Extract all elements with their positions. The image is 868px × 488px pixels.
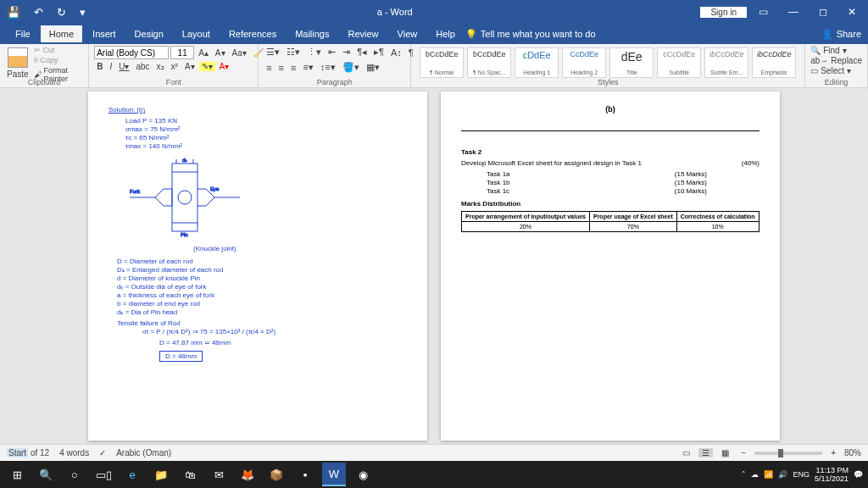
start-button[interactable]: ⊞ [5,463,29,486]
align-center-button[interactable]: ≡ [276,62,287,74]
tab-view[interactable]: View [389,25,426,42]
redo-icon[interactable]: ↻ [53,6,70,19]
align-right-button[interactable]: ≡ [288,62,298,74]
font-size-select[interactable] [170,46,194,59]
style-title[interactable]: dEeTitle [609,47,654,78]
grow-font-button[interactable]: A▴ [196,48,211,58]
style-nospacing[interactable]: bCcDdEe¶ No Spac... [467,47,511,78]
copy-button[interactable]: ⎘ Copy [34,56,84,64]
tab-references[interactable]: References [220,25,285,42]
align-left-button[interactable]: ≡ [264,62,274,74]
decrease-indent-button[interactable]: ⇤ [326,46,338,58]
bold-button[interactable]: B [94,62,105,71]
tray-volume-icon[interactable]: 🔊 [778,470,787,479]
borders-button[interactable]: ▦▾ [364,61,382,74]
document-area[interactable]: Solution: (b) Load P = 135 KN σmax = 75 … [0,88,868,444]
ltr-button[interactable]: ¶◂ [354,46,370,58]
spell-check-icon[interactable]: ✓ [99,448,106,458]
chrome-icon[interactable]: ◉ [351,463,375,486]
tab-file[interactable]: File [7,25,39,42]
multilevel-button[interactable]: ⋮▾ [304,46,324,58]
store-icon[interactable]: 🛍 [178,463,202,486]
tab-insert[interactable]: Insert [84,25,125,42]
calc-eq: σt = P / (π/4 D²) ⇒ 75 = 135×10³ / (π/4 … [142,328,407,336]
bullets-button[interactable]: ☰▾ [264,46,282,58]
zoom-out-button[interactable]: − [737,448,749,458]
sign-in-button[interactable]: Sign in [700,7,747,18]
ribbon-options-icon[interactable]: ▭ [750,6,776,18]
replace-button[interactable]: ab→ Replace [810,56,862,65]
tray-notifications-icon[interactable]: 💬 [854,470,863,479]
task-view-icon[interactable]: ▭▯ [92,463,115,486]
cortana-icon[interactable]: ○ [63,463,86,486]
style-subtle-em[interactable]: ibCcDdEeSubtle Em... [704,47,748,78]
read-mode-button[interactable]: ▭ [679,448,693,458]
tab-home[interactable]: Home [41,25,82,42]
strike-button[interactable]: abc [133,62,152,71]
rtl-button[interactable]: ▸¶ [371,46,387,58]
zoom-in-button[interactable]: + [827,448,839,458]
style-subtitle[interactable]: cCcDdEeSubtitle [657,47,701,78]
explorer-icon[interactable]: 📁 [149,463,173,486]
tab-help[interactable]: Help [427,25,464,42]
tab-design[interactable]: Design [126,25,172,42]
ribbon-content: Paste ✂ Cut ⎘ Copy 🖌 Format Painter Clip… [0,44,868,88]
tray-lang[interactable]: ENG [793,470,810,479]
page-left[interactable]: Solution: (b) Load P = 135 KN σmax = 75 … [88,92,427,441]
print-layout-button[interactable]: ☰ [698,448,713,458]
select-button[interactable]: ▭ Select ▾ [810,66,862,75]
subscript-button[interactable]: x₂ [154,62,167,71]
tray-network-icon[interactable]: 📶 [764,470,773,479]
minimize-button[interactable]: — [780,6,807,18]
edge-icon[interactable]: e [120,463,144,486]
font-color-button[interactable]: A▾ [217,62,232,71]
qat-more-icon[interactable]: ▾ [76,6,89,19]
change-case-button[interactable]: Aa▾ [230,48,249,58]
tab-layout[interactable]: Layout [174,25,219,42]
page-count[interactable]: Start of 12 [7,448,49,458]
underline-button[interactable]: U▾ [116,62,131,71]
page-right[interactable]: (b) Task 2 Develop Microsoft Excel sheet… [441,92,780,441]
sort-button[interactable]: A↕ [388,47,404,58]
line-spacing-button[interactable]: ↕≡▾ [318,61,338,74]
close-button[interactable]: ✕ [839,6,865,18]
increase-indent-button[interactable]: ⇥ [340,46,353,58]
save-icon[interactable]: 💾 [3,6,24,19]
font-name-select[interactable] [94,46,169,59]
find-button[interactable]: 🔍 Find ▾ [810,46,862,55]
web-layout-button[interactable]: ▦ [718,448,732,458]
share-button[interactable]: 👤 Share [821,29,861,40]
text-effects-button[interactable]: A▾ [182,62,198,71]
shrink-font-button[interactable]: A▾ [213,48,228,58]
dropbox-icon[interactable]: 📦 [264,463,288,486]
cut-button[interactable]: ✂ Cut [34,46,84,54]
shading-button[interactable]: 🪣▾ [340,61,362,74]
numbering-button[interactable]: ☷▾ [284,46,303,58]
firefox-icon[interactable]: 🦊 [236,463,259,486]
tab-review[interactable]: Review [340,25,387,42]
mail-icon[interactable]: ✉ [207,463,231,486]
word-taskbar-icon[interactable]: W [322,463,346,486]
maximize-button[interactable]: ◻ [810,6,836,18]
tab-mailings[interactable]: Mailings [287,25,337,42]
tray-up-icon[interactable]: ˄ [742,470,746,479]
italic-button[interactable]: I [107,62,114,71]
app-icon[interactable]: ▪ [293,463,317,486]
word-count[interactable]: 4 words [59,448,89,458]
highlight-button[interactable]: ✎▾ [199,62,215,71]
zoom-level[interactable]: 80% [844,448,861,458]
undo-icon[interactable]: ↶ [31,6,47,19]
task-row: Task 1b(15 Marks) [487,179,707,186]
style-heading2[interactable]: CcDdEeHeading 2 [562,47,606,78]
tell-me-search[interactable]: 💡 Tell me what you want to do [465,29,596,40]
style-emphasis[interactable]: ibCcDdEeEmphasis [752,47,796,78]
justify-button[interactable]: ≡▾ [300,61,315,74]
language[interactable]: Arabic (Oman) [116,448,171,458]
style-heading1[interactable]: cDdEeHeading 1 [515,47,559,78]
style-normal[interactable]: bCcDdEe¶ Normal [420,47,464,78]
superscript-button[interactable]: x² [169,62,181,71]
search-icon[interactable]: 🔍 [34,463,58,486]
tray-clock[interactable]: 11:13 PM 5/11/2021 [815,466,849,483]
zoom-slider[interactable] [754,452,822,455]
tray-onedrive-icon[interactable]: ☁ [751,470,759,479]
